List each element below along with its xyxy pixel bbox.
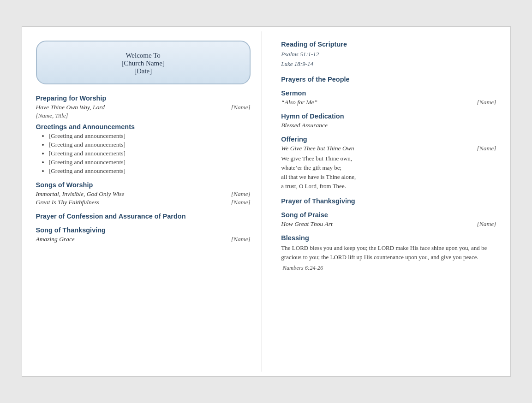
section-song-praise-title: Song of Praise bbox=[281, 211, 496, 219]
offering-name: [Name] bbox=[477, 145, 496, 152]
column-left: Welcome To [Church Name] [Date] Preparin… bbox=[27, 31, 262, 372]
preparing-subtitle: [Name, Title] bbox=[36, 112, 251, 119]
greetings-list: [Greeting and announcements] [Greeting a… bbox=[36, 132, 251, 175]
section-blessing-title: Blessing bbox=[281, 234, 496, 242]
song-praise-row: How Great Thou Art [Name] bbox=[281, 220, 496, 228]
section-song-thanksgiving-title: Song of Thanksgiving bbox=[36, 226, 251, 234]
offering-song: We Give Thee but Thine Own bbox=[281, 145, 354, 152]
list-item: [Greeting and announcements] bbox=[49, 150, 251, 157]
offering-row: We Give Thee but Thine Own [Name] bbox=[281, 145, 496, 152]
verse-line3: all that we have is Thine alone, bbox=[281, 173, 356, 180]
preparing-song: Have Thine Own Way, Lord bbox=[36, 104, 105, 111]
list-item: [Greeting and announcements] bbox=[49, 167, 251, 175]
sermon-name: [Name] bbox=[477, 99, 496, 106]
sermon-title: “Also for Me” bbox=[281, 99, 317, 106]
song2-name: [Name] bbox=[231, 199, 251, 206]
section-offering-title: Offering bbox=[281, 136, 496, 143]
section-preparing-title: Preparing for Worship bbox=[36, 95, 251, 102]
welcome-box: Welcome To [Church Name] [Date] bbox=[36, 41, 251, 84]
song1: Immortal, Invisible, God Only Wise bbox=[36, 190, 125, 198]
sermon-row: “Also for Me” [Name] bbox=[281, 99, 496, 106]
section-songs-title: Songs of Worship bbox=[36, 181, 251, 189]
welcome-line2: [Church Name] bbox=[44, 59, 242, 67]
welcome-line3: [Date] bbox=[44, 67, 242, 75]
song-thanksgiving-row: Amazing Grace [Name] bbox=[36, 236, 251, 243]
hymn-song: Blessed Assurance bbox=[281, 122, 496, 129]
column-right: Reading of Scripture Psalms 51:1-12 Luke… bbox=[270, 31, 505, 372]
scripture-1: Psalms 51:1-12 bbox=[281, 51, 319, 58]
list-item: [Greeting and announcements] bbox=[49, 132, 251, 140]
blessing-body: The LORD bless you and keep you; the LOR… bbox=[281, 243, 496, 262]
blessing-reference: Numbers 6:24-26 bbox=[281, 265, 496, 272]
section-reading-title: Reading of Scripture bbox=[281, 41, 496, 48]
offering-verse: We give Thee but Thine own, whate’er the… bbox=[281, 154, 496, 191]
amazing-grace-name: [Name] bbox=[231, 236, 251, 243]
verse-line2: whate’er the gift may be; bbox=[281, 164, 341, 171]
preparing-item-row: Have Thine Own Way, Lord [Name] bbox=[36, 104, 251, 111]
scripture-refs: Psalms 51:1-12 Luke 18:9-14 bbox=[281, 50, 496, 69]
verse-line1: We give Thee but Thine own, bbox=[281, 155, 352, 162]
welcome-line1: Welcome To bbox=[44, 52, 242, 59]
song-praise-title: How Great Thou Art bbox=[281, 220, 332, 228]
bulletin-container: Welcome To [Church Name] [Date] Preparin… bbox=[22, 26, 511, 377]
section-prayer-thanksgiving-title: Prayer of Thanksgiving bbox=[281, 197, 496, 205]
list-item: [Greeting and announcements] bbox=[49, 159, 251, 166]
song-praise-name: [Name] bbox=[477, 220, 496, 228]
songs-item-row-2: Great Is Thy Faithfulness [Name] bbox=[36, 199, 251, 206]
section-hymn-title: Hymn of Dedication bbox=[281, 113, 496, 120]
section-confession-title: Prayer of Confession and Assurance of Pa… bbox=[36, 213, 251, 220]
section-prayers-title: Prayers of the People bbox=[281, 76, 496, 83]
song2: Great Is Thy Faithfulness bbox=[36, 199, 100, 206]
section-greetings-title: Greetings and Announcements bbox=[36, 123, 251, 130]
song1-name: [Name] bbox=[231, 190, 251, 198]
list-item: [Greeting and announcements] bbox=[49, 141, 251, 148]
section-sermon-title: Sermon bbox=[281, 89, 496, 97]
preparing-name: [Name] bbox=[231, 104, 251, 111]
amazing-grace: Amazing Grace bbox=[36, 236, 75, 243]
verse-line4: a trust, O Lord, from Thee. bbox=[281, 183, 346, 190]
songs-item-row-1: Immortal, Invisible, God Only Wise [Name… bbox=[36, 190, 251, 198]
scripture-2: Luke 18:9-14 bbox=[281, 60, 313, 67]
col-divider bbox=[262, 31, 270, 372]
